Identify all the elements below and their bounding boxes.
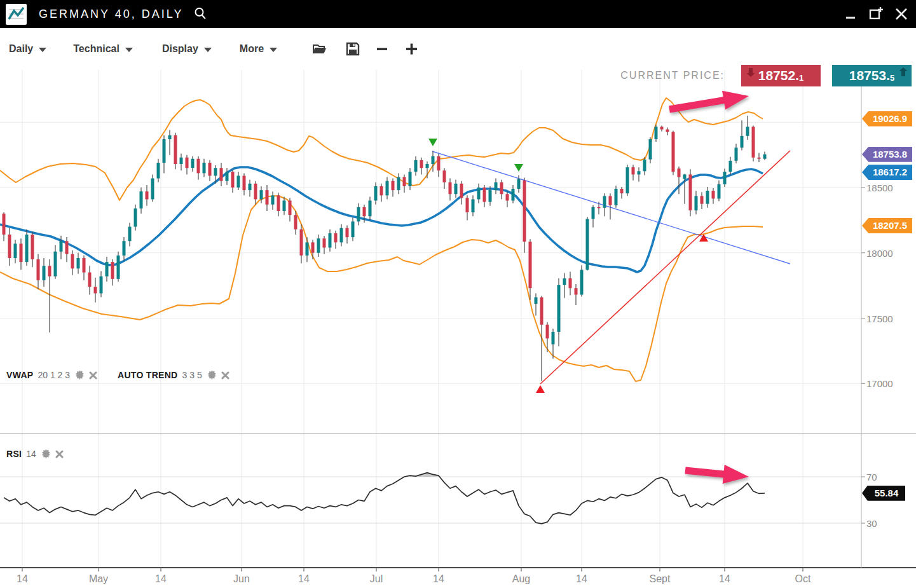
popout-window-button[interactable] [868,6,884,22]
buy-price-button[interactable]: 18753.5 [832,65,912,86]
rsi-legend: RSI14 [6,449,64,459]
x-axis-label: 14 [576,573,587,585]
chevron-down-icon [204,48,212,52]
app-logo-icon [6,4,27,25]
last-close-tag: 18753.8 [862,147,912,162]
chevron-down-icon [125,48,133,52]
x-axis-label: Jun [233,573,250,585]
timeframe-dropdown[interactable]: Daily [9,43,46,55]
x-axis-label: 14 [719,573,730,585]
close-icon[interactable] [55,450,64,458]
price-axis-label: 18000 [866,247,893,258]
price-annotation-arrow [669,91,749,113]
rsi-value-tag: 55.84 [862,486,905,501]
zoom-out-icon[interactable] [371,38,393,60]
lower-band-tag: 18207.5 [862,218,912,233]
gear-icon[interactable] [207,370,217,380]
technical-dropdown[interactable]: Technical [73,43,133,55]
open-folder-icon[interactable] [309,38,331,60]
x-axis-label: Jul [370,573,383,585]
vwap-tag: 18617.2 [862,165,912,180]
price-axis-label: 17000 [866,378,893,389]
arrow-down-icon [746,67,755,78]
chevron-down-icon [270,48,277,52]
upper-band-tag: 19026.9 [862,111,912,126]
more-dropdown[interactable]: More [240,43,277,55]
price-axis-label: 18500 [866,182,893,193]
x-axis-label: Aug [512,573,530,585]
auto-trend-legend: AUTO TREND3 3 5 [118,370,229,380]
arrow-up-icon [899,67,908,77]
search-icon[interactable] [193,6,207,23]
gear-icon[interactable] [41,449,51,459]
x-axis-label: Oct [795,573,811,585]
gear-icon[interactable] [74,370,85,380]
x-axis-label: May [89,573,108,585]
sell-signal [514,164,523,172]
minimize-button[interactable] [842,6,859,22]
vwap-legend: VWAP20 1 2 3 [6,370,97,380]
x-axis-label: 14 [17,573,28,585]
x-axis-label: 14 [433,573,444,585]
sell-signal [428,139,437,146]
x-axis-label: Sept [650,573,671,585]
buy-signal [536,385,545,393]
window-title: GERMANY 40, DAILY [39,8,183,21]
price-axis-label: 17500 [866,313,893,324]
title-bar: GERMANY 40, DAILY [0,0,916,28]
trading-app-window: GERMANY 40, DAILY [0,0,916,588]
chart-plot-area[interactable] [0,0,916,588]
save-icon[interactable] [342,38,364,60]
zoom-in-icon[interactable] [400,38,422,60]
x-axis-label: 14 [298,573,310,585]
sell-price-button[interactable]: 18752.1 [741,65,821,86]
rsi-axis-label: 70 [866,472,877,482]
close-icon[interactable] [89,371,97,379]
rsi-annotation-arrow [685,465,749,484]
close-icon[interactable] [893,6,910,22]
x-axis-label: 14 [155,573,167,585]
toolbar: Daily Technical Display More [0,28,916,70]
chevron-down-icon [39,48,46,52]
current-price-label: CURRENT PRICE: [620,70,725,81]
display-dropdown[interactable]: Display [162,43,212,55]
rsi-axis-label: 30 [866,518,877,529]
close-icon[interactable] [221,371,229,379]
